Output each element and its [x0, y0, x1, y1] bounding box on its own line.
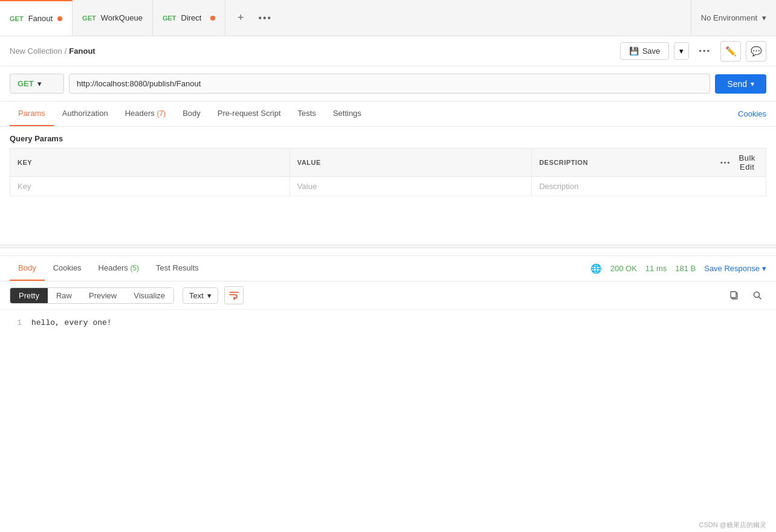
response-tabs-bar: Body Cookies Headers (5) Test Results 🌐 …	[0, 256, 776, 281]
copy-icon	[729, 290, 739, 300]
new-tab-button[interactable]: +	[233, 9, 249, 27]
save-label: Save	[642, 46, 661, 56]
response-toolbar: Pretty Raw Preview Visualize Text ▾	[0, 281, 776, 310]
cookies-link[interactable]: Cookies	[738, 109, 766, 118]
copy-response-button[interactable]	[725, 286, 743, 304]
tab-prerequest[interactable]: Pre-request Script	[209, 101, 289, 126]
save-response-button[interactable]: Save Response ▾	[704, 264, 766, 273]
footer: CSDN @糖果店的幽灵	[690, 518, 776, 532]
save-icon: 💾	[629, 46, 639, 56]
send-chevron-icon: ▾	[751, 80, 754, 88]
text-type-label: Text	[189, 291, 204, 300]
search-icon	[752, 290, 762, 300]
tab-prerequest-label: Pre-request Script	[218, 109, 281, 118]
drag-divider[interactable]	[0, 245, 776, 248]
response-status: 🌐 200 OK 11 ms 181 B Save Response ▾	[590, 263, 766, 274]
save-button[interactable]: 💾 Save	[620, 42, 670, 60]
breadcrumb-separator: /	[65, 46, 67, 56]
globe-icon: 🌐	[590, 263, 602, 274]
toolbar-right: 💾 Save ▾ ••• ✏️ 💬	[620, 41, 766, 62]
method-chevron-icon: ▾	[37, 79, 42, 88]
params-more-button[interactable]: •••	[720, 159, 731, 166]
env-name: No Environment	[701, 13, 757, 22]
tab-authorization[interactable]: Authorization	[54, 101, 117, 126]
save-response-label: Save Response	[704, 264, 760, 273]
param-key-input[interactable]: Key	[10, 177, 290, 196]
response-area: Body Cookies Headers (5) Test Results 🌐 …	[0, 255, 776, 358]
tab-fanout-unsaved	[57, 16, 62, 21]
send-button[interactable]: Send ▾	[715, 74, 766, 94]
tab-body-label: Body	[183, 109, 201, 118]
footer-text: CSDN @糖果店的幽灵	[699, 521, 766, 528]
response-size: 181 B	[675, 264, 696, 273]
format-tab-preview[interactable]: Preview	[80, 288, 125, 303]
req-tabs-right: Cookies	[738, 109, 766, 118]
tab-tests-label: Tests	[298, 109, 316, 118]
tab-direct-method: GET	[163, 14, 176, 22]
resp-tab-cookies[interactable]: Cookies	[45, 256, 90, 281]
tab-authorization-label: Authorization	[62, 109, 108, 118]
line-content-1: hello, every one!	[31, 317, 112, 330]
col-header-actions: ••• Bulk Edit	[713, 149, 766, 177]
resp-tab-body[interactable]: Body	[10, 256, 45, 281]
env-selector[interactable]: No Environment ▾	[691, 0, 776, 36]
save-chevron-icon: ▾	[679, 46, 684, 56]
response-line-1: 1 hello, every one!	[10, 317, 766, 330]
svg-line-3	[759, 297, 761, 300]
tab-fanout-name: Fanout	[28, 14, 53, 23]
tab-bar: GET Fanout GET WorkQueue GET Direct + ••…	[0, 0, 776, 36]
query-params-title: Query Params	[10, 134, 766, 143]
tabs-more-button[interactable]: •••	[258, 13, 272, 24]
tab-workqueue-name: WorkQueue	[101, 13, 143, 22]
word-wrap-button[interactable]	[224, 286, 244, 304]
url-bar: GET ▾ Send ▾	[0, 66, 776, 101]
tab-settings[interactable]: Settings	[325, 101, 370, 126]
params-section: Query Params KEY VALUE DESCRIPTION ••• B…	[0, 127, 776, 196]
edit-icon-button[interactable]: ✏️	[720, 41, 741, 62]
comment-icon-button[interactable]: 💬	[746, 41, 766, 62]
tab-fanout[interactable]: GET Fanout	[0, 0, 73, 36]
search-response-button[interactable]	[748, 286, 766, 304]
status-code: 200 OK	[610, 264, 637, 273]
method-text: GET	[18, 79, 34, 88]
pencil-icon: ✏️	[725, 46, 737, 57]
resp-tab-cookies-label: Cookies	[53, 263, 82, 272]
wrap-icon	[229, 290, 239, 300]
param-row-actions	[713, 177, 766, 196]
tab-headers-label: Headers	[125, 109, 155, 118]
response-icons	[725, 286, 766, 304]
text-type-chevron-icon: ▾	[207, 291, 212, 300]
format-tab-visualize[interactable]: Visualize	[125, 288, 173, 303]
resp-tab-headers-label: Headers	[99, 263, 128, 272]
resp-tab-body-label: Body	[18, 263, 36, 272]
text-type-selector[interactable]: Text ▾	[183, 287, 218, 304]
url-input[interactable]	[69, 74, 710, 94]
tab-tests[interactable]: Tests	[289, 101, 325, 126]
breadcrumb-collection[interactable]: New Collection	[10, 46, 62, 56]
tab-body[interactable]: Body	[174, 101, 209, 126]
params-table: KEY VALUE DESCRIPTION ••• Bulk Edit	[10, 148, 766, 196]
method-selector[interactable]: GET ▾	[10, 74, 64, 94]
response-body: 1 hello, every one!	[0, 310, 776, 358]
tab-params[interactable]: Params	[10, 101, 54, 126]
resp-tab-headers[interactable]: Headers (5)	[90, 256, 147, 281]
tab-direct[interactable]: GET Direct	[153, 0, 225, 36]
tab-workqueue[interactable]: GET WorkQueue	[73, 0, 153, 36]
param-value-input[interactable]: Value	[289, 177, 531, 196]
format-tab-pretty[interactable]: Pretty	[10, 288, 48, 303]
tab-fanout-method: GET	[10, 15, 24, 22]
save-response-chevron-icon: ▾	[762, 264, 766, 273]
bulk-edit-button[interactable]: Bulk Edit	[736, 153, 758, 171]
toolbar-more-button[interactable]: •••	[694, 43, 716, 59]
col-header-value: VALUE	[289, 149, 531, 177]
send-label: Send	[727, 79, 747, 89]
resp-tab-test-results[interactable]: Test Results	[147, 256, 207, 281]
format-tab-raw[interactable]: Raw	[48, 288, 80, 303]
param-description-input[interactable]: Description	[532, 177, 713, 196]
env-chevron-icon: ▾	[762, 13, 766, 22]
format-tabs: Pretty Raw Preview Visualize	[10, 287, 174, 304]
save-dropdown-button[interactable]: ▾	[674, 42, 689, 60]
tab-actions: + •••	[225, 9, 279, 27]
tab-headers[interactable]: Headers (7)	[117, 101, 174, 126]
line-number-1: 1	[10, 317, 22, 330]
